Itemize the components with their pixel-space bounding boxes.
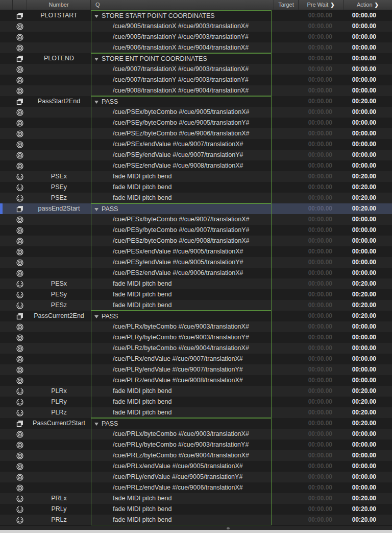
cue-action-time[interactable]: 00:20.00 xyxy=(344,193,392,203)
cue-number[interactable]: PLRx xyxy=(27,386,91,397)
cue-action-time[interactable]: 00:00.00 xyxy=(344,246,392,257)
cue-row[interactable]: /cue/PRLx/endValue #/cue/9005/translatio… xyxy=(0,461,392,472)
cue-row[interactable]: /cue/PESz/endValue #/cue/9006/translatio… xyxy=(0,268,392,279)
cue-pre-wait-time[interactable]: 00:00.00 xyxy=(299,42,344,53)
cue-row[interactable]: PLRxfade MIDI pitch bend00:00.0000:20.00 xyxy=(0,386,392,397)
cue-action-time[interactable]: 00:00.00 xyxy=(344,429,392,439)
header-target-column[interactable]: Target xyxy=(274,0,299,10)
cue-action-time[interactable]: 00:00.00 xyxy=(344,21,392,32)
cue-target-cell[interactable] xyxy=(274,182,299,193)
cue-target-cell[interactable] xyxy=(274,386,299,397)
cue-action-time[interactable]: 00:20.00 xyxy=(344,515,392,525)
cue-number[interactable]: PSEy xyxy=(27,182,91,193)
cue-number[interactable]: PESy xyxy=(27,289,91,300)
cue-row[interactable]: /cue/PSEx/byteCombo #/cue/9005/translati… xyxy=(0,107,392,118)
cue-name-cell[interactable]: fade MIDI pitch bend xyxy=(91,193,274,203)
cue-row[interactable]: PLRzfade MIDI pitch bend00:00.0000:20.00 xyxy=(0,407,392,418)
cue-number[interactable] xyxy=(27,32,91,42)
cue-row[interactable]: PESyfade MIDI pitch bend00:00.0000:20.00 xyxy=(0,289,392,300)
cue-number[interactable] xyxy=(27,354,91,364)
cue-target-cell[interactable] xyxy=(274,493,299,504)
cue-number[interactable]: PassCurrent2End xyxy=(27,311,91,321)
cue-action-time[interactable]: 00:00.00 xyxy=(344,225,392,236)
cue-action-time[interactable]: 00:00.00 xyxy=(344,32,392,42)
cue-name-cell[interactable]: /cue/PSEy/endValue #/cue/9007/translatio… xyxy=(91,150,274,160)
cue-name-cell[interactable]: /cue/9006/translationX #/cue/9004/transl… xyxy=(91,42,274,53)
cue-pre-wait-time[interactable]: 00:00.00 xyxy=(299,257,344,268)
cue-action-time[interactable]: 00:00.00 xyxy=(344,107,392,118)
cue-pre-wait-time[interactable]: 00:00.00 xyxy=(299,182,344,193)
cue-pre-wait-time[interactable]: 00:00.00 xyxy=(299,225,344,236)
cue-target-cell[interactable] xyxy=(274,118,299,128)
cue-name-cell[interactable]: /cue/PESz/endValue #/cue/9006/translatio… xyxy=(91,268,274,279)
cue-name-cell[interactable]: fade MIDI pitch bend xyxy=(91,386,274,397)
cue-number[interactable]: PRLz xyxy=(27,515,91,525)
cue-name-cell[interactable]: fade MIDI pitch bend xyxy=(91,289,274,300)
cue-pre-wait-time[interactable]: 00:00.00 xyxy=(299,246,344,257)
cue-target-cell[interactable] xyxy=(274,504,299,515)
cue-target-cell[interactable] xyxy=(274,461,299,472)
cue-row[interactable]: /cue/PRLx/byteCombo #/cue/9003/translati… xyxy=(0,429,392,439)
cue-pre-wait-time[interactable]: 00:00.00 xyxy=(299,450,344,461)
cue-action-time[interactable]: 00:00.00 xyxy=(344,75,392,85)
cue-target-cell[interactable] xyxy=(274,289,299,300)
cue-row-selected[interactable]: passEnd2StartPASS00:00.0000:20.00 xyxy=(0,203,392,214)
disclosure-triangle-icon[interactable] xyxy=(94,208,99,211)
cue-pre-wait-time[interactable]: 00:00.00 xyxy=(299,75,344,85)
cue-number[interactable] xyxy=(27,150,91,160)
cue-name-cell[interactable]: /cue/PESz/byteCombo #/cue/9008/translati… xyxy=(91,236,274,246)
cue-number[interactable]: PRLy xyxy=(27,504,91,515)
cue-row[interactable]: PSExfade MIDI pitch bend00:00.0000:20.00 xyxy=(0,171,392,182)
cue-action-time[interactable]: 00:00.00 xyxy=(344,375,392,386)
cue-action-time[interactable]: 00:20.00 xyxy=(344,311,392,321)
cue-target-cell[interactable] xyxy=(274,279,299,289)
cue-name-cell[interactable]: STORE START POINT COORDINATES xyxy=(91,10,274,21)
cue-number[interactable]: PSEz xyxy=(27,193,91,203)
cue-pre-wait-time[interactable]: 00:00.00 xyxy=(299,375,344,386)
cue-target-cell[interactable] xyxy=(274,321,299,332)
cue-pre-wait-time[interactable]: 00:00.00 xyxy=(299,96,344,107)
cue-target-cell[interactable] xyxy=(274,75,299,85)
cue-number[interactable] xyxy=(27,42,91,53)
cue-pre-wait-time[interactable]: 00:00.00 xyxy=(299,214,344,225)
cue-number[interactable] xyxy=(27,21,91,32)
cue-action-time[interactable]: 00:00.00 xyxy=(344,118,392,128)
cue-pre-wait-time[interactable]: 00:00.00 xyxy=(299,160,344,171)
cue-row[interactable]: PSEzfade MIDI pitch bend00:00.0000:20.00 xyxy=(0,193,392,203)
cue-action-time[interactable]: 00:00.00 xyxy=(344,364,392,375)
header-number-column[interactable]: Number xyxy=(27,0,91,10)
cue-target-cell[interactable] xyxy=(274,354,299,364)
cue-pre-wait-time[interactable]: 00:00.00 xyxy=(299,128,344,139)
cue-action-time[interactable]: 00:20.00 xyxy=(344,182,392,193)
cue-number[interactable] xyxy=(27,364,91,375)
cue-row[interactable]: /cue/PRLz/endValue #/cue/9006/translatio… xyxy=(0,482,392,493)
cue-target-cell[interactable] xyxy=(274,107,299,118)
cue-action-time[interactable]: 00:20.00 xyxy=(344,203,392,214)
cue-name-cell[interactable]: /cue/PSEx/byteCombo #/cue/9005/translati… xyxy=(91,107,274,118)
cue-pre-wait-time[interactable]: 00:00.00 xyxy=(299,193,344,203)
cue-target-cell[interactable] xyxy=(274,150,299,160)
cue-action-time[interactable]: 00:00.00 xyxy=(344,64,392,75)
cue-target-cell[interactable] xyxy=(274,300,299,311)
cue-action-time[interactable]: 00:00.00 xyxy=(344,150,392,160)
cue-number[interactable]: PESz xyxy=(27,300,91,311)
cue-number[interactable] xyxy=(27,107,91,118)
cue-name-cell[interactable]: /cue/PLRx/endValue #/cue/9007/translatio… xyxy=(91,354,274,364)
cue-name-cell[interactable]: PASS xyxy=(91,311,274,321)
cue-row[interactable]: PESxfade MIDI pitch bend00:00.0000:20.00 xyxy=(0,279,392,289)
cue-row[interactable]: PassCurrent2EndPASS00:00.0000:20.00 xyxy=(0,311,392,321)
cue-row[interactable]: /cue/PLRy/byteCombo #/cue/9003/translati… xyxy=(0,332,392,343)
cue-row[interactable]: PLOTSTARTSTORE START POINT COORDINATES00… xyxy=(0,10,392,21)
action-chevron-icon[interactable]: ❯ xyxy=(375,2,379,8)
cue-name-cell[interactable]: /cue/9008/translationX #/cue/9004/transl… xyxy=(91,85,274,96)
cue-target-cell[interactable] xyxy=(274,472,299,482)
cue-row[interactable]: /cue/PSEy/byteCombo #/cue/9005/translati… xyxy=(0,118,392,128)
cue-name-cell[interactable]: fade MIDI pitch bend xyxy=(91,407,274,418)
cue-name-cell[interactable]: /cue/9007/translationY #/cue/9003/transl… xyxy=(91,75,274,85)
cue-target-cell[interactable] xyxy=(274,407,299,418)
cue-target-cell[interactable] xyxy=(274,311,299,321)
cue-name-cell[interactable]: /cue/PSEz/endValue #/cue/9008/translatio… xyxy=(91,160,274,171)
cue-action-time[interactable]: 00:00.00 xyxy=(344,139,392,150)
cue-row[interactable]: /cue/9007/translationY #/cue/9003/transl… xyxy=(0,75,392,85)
cue-number[interactable]: passEnd2Start xyxy=(27,203,91,214)
